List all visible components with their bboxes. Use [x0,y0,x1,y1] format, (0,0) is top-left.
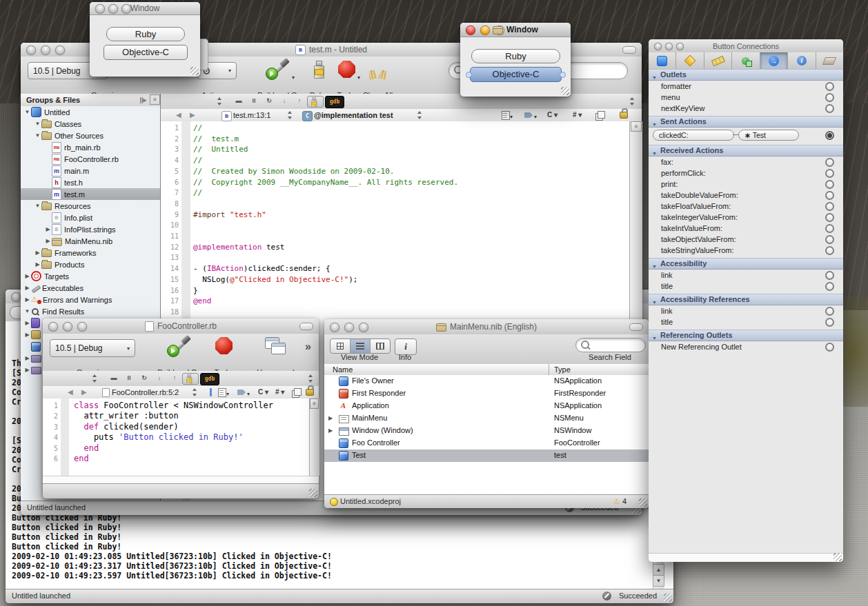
toolbar-toggle-button[interactable] [299,323,313,330]
counterpart-icon[interactable] [292,390,299,398]
disclosure-triangle[interactable]: ▼ [23,308,31,314]
connection-well-connected[interactable] [825,131,834,140]
breakpoints-arrow[interactable]: ▾ [247,391,250,397]
inspector-titlebar[interactable]: Button Connections [649,39,843,53]
back-button[interactable]: ◀ [176,111,181,119]
connection-well[interactable] [825,213,834,222]
toolbar-overflow-chevron[interactable]: » [305,341,311,353]
sidebar-item-errors-and-warnings[interactable]: ▶Errors and Warnings [21,294,160,305]
nib-row-application[interactable]: AApplicationNSApplication [324,400,649,412]
action-target-pill[interactable]: ∗ Test [738,130,799,141]
toolbar-toggle-button[interactable] [622,46,636,54]
action-name-pill[interactable]: clickedC: [653,130,734,141]
sidebar-split-widget[interactable]: ≡ [150,94,160,105]
breakpoints-icon[interactable] [237,390,246,395]
main-traffic-lights[interactable] [26,46,65,55]
scroll-up-arrow[interactable]: ▲ [653,564,664,576]
editor-split-widget[interactable]: ≡ [310,398,319,409]
sidebar-item-products[interactable]: ▶Products [21,259,160,270]
close-button[interactable] [26,46,36,55]
nib-search-field[interactable] [575,338,646,352]
connection-well[interactable] [825,202,834,211]
objective-c-button-selected[interactable]: Objective-C [470,67,562,82]
file-breadcrumb[interactable]: FooController.rb:5:2 [112,388,179,396]
zoom-button[interactable] [55,46,65,55]
lock-icon[interactable] [306,389,314,396]
nib-row-foo-controller[interactable]: Foo ControllerFooController [324,437,649,450]
symbol-breadcrumb[interactable]: @implementation test [314,111,393,119]
step-out-button[interactable]: ↑ [166,373,184,383]
nib-row-first-responder[interactable]: First ResponderFirstResponder [324,387,649,400]
disclosure-triangle[interactable]: ▼ [23,109,31,115]
connection-well[interactable] [825,271,834,280]
sidebar-item-targets[interactable]: ▶Targets [21,270,160,282]
zoom-button[interactable] [77,322,87,332]
disclosure-triangle[interactable]: ▶ [328,427,333,434]
line-number-menu[interactable]: # ▾ [275,388,284,396]
connection-well[interactable] [825,246,834,255]
sidebar-item-info-plist[interactable]: Info.plist [21,212,160,223]
sidebar-item-main-m[interactable]: main.m [21,165,160,176]
minimize-button[interactable] [108,4,118,14]
close-button[interactable] [330,323,339,332]
connection-well[interactable] [825,282,834,291]
stepper-icon-right[interactable] [307,374,313,383]
section-header-accessibility[interactable]: ▼Accessibility [649,258,843,270]
foo-traffic-lights[interactable] [48,322,87,332]
view-mode-columns[interactable] [371,339,390,353]
selection-handle-left[interactable] [466,72,472,78]
minimize-button[interactable] [41,46,50,55]
sidebar-item-mainmenu-nib[interactable]: ▶MainMenu.nib [21,235,160,247]
class-methods-menu[interactable]: C ▾ [258,388,268,396]
tasks-icon[interactable] [215,337,233,354]
build-and-go-icon[interactable] [167,336,192,357]
file-stepper-icon[interactable] [286,110,293,120]
editor-split-widget[interactable]: ≡ [631,121,642,132]
connection-well[interactable] [825,307,834,316]
section-header-outlets[interactable]: ▼Outlets [649,69,843,81]
sidebar-item-find-results[interactable]: ▼Find Results [21,305,160,317]
sidebar-item-other-sources[interactable]: ▼Other Sources [21,130,160,141]
disclosure-triangle[interactable]: ▶ [23,273,31,279]
view-mode-icons[interactable] [331,339,351,353]
connection-well[interactable] [825,169,834,178]
tab-effects[interactable] [676,52,704,69]
tab-applescript[interactable] [816,52,843,69]
disclosure-triangle[interactable]: ▶ [23,320,31,326]
resize-grip[interactable] [639,498,647,507]
class-methods-menu[interactable]: C ▾ [547,111,558,119]
sidebar-item-foocontroller-rb[interactable]: FooController.rb [21,153,160,165]
tab-connections[interactable]: → [760,52,788,69]
tasks-icon[interactable] [338,61,355,78]
stepper-icon[interactable] [91,374,97,383]
nib-traffic-lights[interactable] [330,323,368,332]
overview-popup[interactable]: 10.5 | Debug▾ [50,339,135,357]
symbol-stepper-icon[interactable] [416,110,422,120]
sidebar-item-executables[interactable]: ▶Executables [21,282,160,294]
ib-titlebar[interactable]: Window [460,23,571,37]
editor-scrollbar[interactable]: ≡ [309,398,319,476]
breakpoints-arrow[interactable]: ▾ [534,114,537,120]
forward-button[interactable]: ▶ [81,388,87,396]
connection-well[interactable] [825,93,834,102]
file-stepper-icon[interactable] [191,387,197,397]
bookmarks-icon[interactable] [218,388,226,397]
close-button[interactable] [11,292,21,302]
file-breadcrumb[interactable]: test.m:13:1 [233,111,270,119]
minimize-button[interactable] [63,322,72,332]
ungrouped-icon[interactable] [265,337,286,354]
sidebar-item-test-h[interactable]: test.h [21,176,160,188]
section-header-accessibility-references[interactable]: ▼Accessibility References [649,294,843,305]
stepper-icon[interactable] [216,97,222,106]
nib-titlebar[interactable]: MainMenu.nib (English) [324,319,649,335]
column-divider[interactable] [549,364,549,375]
disclosure-triangle[interactable]: ▶ [44,238,52,244]
resize-grip[interactable] [664,594,672,602]
column-name[interactable]: Name [324,365,353,374]
tasks-dropdown-arrow[interactable]: ▾ [357,74,360,81]
section-header-received-actions[interactable]: ▼Received Actions [649,145,843,156]
build-and-go-icon[interactable] [266,59,290,80]
sidebar-item-test-m[interactable]: test.m [21,188,160,200]
stepper-icon-right[interactable] [629,97,635,106]
disclosure-triangle[interactable]: ▼ [34,132,41,139]
